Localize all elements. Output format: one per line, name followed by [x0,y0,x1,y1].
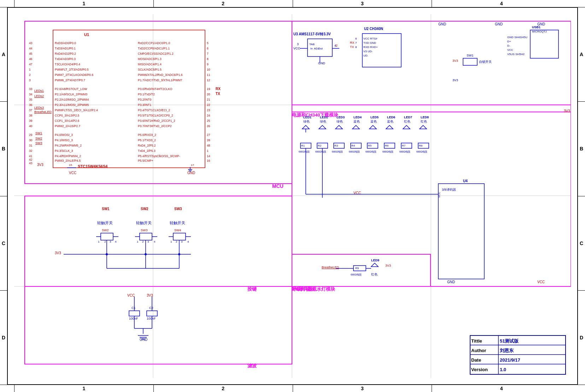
col-marker-3: 3 [293,0,432,7]
row-marker-c: C [0,196,7,290]
row-marker-right-b: B [578,101,585,196]
row-marker-right-a: A [578,7,585,101]
col-markers-top: 1 2 3 4 [7,0,578,7]
col-marker-2: 2 [153,0,293,7]
col-marker-1: 1 [14,0,153,7]
col-markers-bottom: 1 2 3 4 [7,385,578,392]
row-marker-right-d: D [578,290,585,385]
schematic-container: 1 2 3 4 1 2 3 4 A B C D A B C D [0,0,585,392]
row-markers-left: A B C D [0,7,7,385]
col-marker-bot-2: 2 [153,385,293,392]
row-marker-a: A [0,7,7,101]
outer-border [7,7,578,385]
col-marker-bot-1: 1 [14,385,153,392]
row-marker-d: D [0,290,7,385]
row-marker-right-c: C [578,196,585,290]
row-markers-right: A B C D [578,7,585,385]
col-marker-bot-4: 4 [432,385,571,392]
col-marker-bot-3: 3 [293,385,432,392]
col-marker-4: 4 [432,0,571,7]
row-marker-b: B [0,101,7,196]
